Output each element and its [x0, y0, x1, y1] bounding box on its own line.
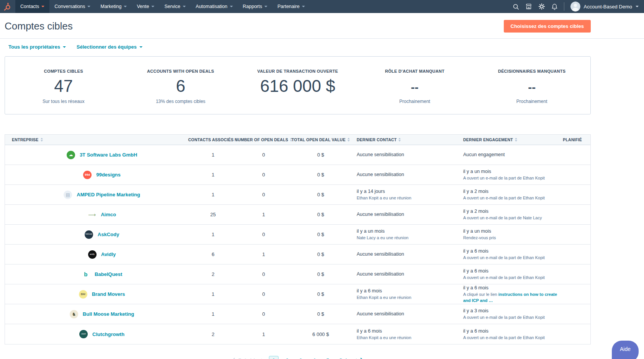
last-engagement-secondary: A ouvert un e-mail de la part de Ethan K… — [463, 175, 564, 181]
next-chevron-icon[interactable] — [360, 357, 364, 359]
company-link[interactable]: 99designs — [96, 172, 121, 178]
column-header-label: ENTREPRISE — [12, 137, 39, 142]
column-header-label: PLANIFIÉ — [563, 137, 582, 142]
cell-open-deals: 1 — [234, 205, 293, 224]
nav-item[interactable]: Automatisation — [191, 0, 238, 13]
page-number[interactable]: 3 — [296, 356, 305, 359]
cell-last-touch: il y a 6 mois Ethan Kopit a eu une réuni… — [348, 284, 459, 304]
last-touch-secondary: Ethan Kopit a eu une réunion — [357, 195, 459, 201]
page-number[interactable]: 2 — [282, 356, 292, 359]
cell-company: clutch Clutchgrowth — [5, 324, 192, 344]
page-number[interactable]: 4 — [310, 356, 319, 359]
nav-item-label: Conversations — [54, 4, 85, 9]
account-menu[interactable]: Account-Based Demo — [570, 2, 639, 11]
nav-item[interactable]: Marketing — [95, 0, 132, 13]
column-header[interactable]: TOTAL OPEN DEAL VALUE — [293, 135, 348, 145]
chevron-down-icon — [151, 6, 154, 7]
last-touch-primary: il y a 14 jours — [357, 188, 459, 195]
cell-planned — [564, 284, 591, 304]
company-link[interactable]: Brand Movers — [92, 291, 125, 297]
company-link[interactable]: BabelQuest — [95, 271, 122, 277]
target-accounts-table: ENTREPRISE CONTACTS ASSOCIÉS NUMBER OF O… — [5, 134, 591, 344]
hubspot-logo[interactable] — [0, 0, 15, 13]
settings-gear-icon[interactable] — [538, 3, 545, 10]
nav-item[interactable]: Contacts — [15, 0, 49, 13]
next-button[interactable]: Suivant — [339, 357, 357, 359]
cell-open-deal-value: 0 $ — [293, 304, 348, 324]
column-header-label: TOTAL OPEN DEAL VALUE — [292, 137, 346, 142]
choose-target-accounts-button[interactable]: Choisissez des comptes cibles — [504, 20, 591, 33]
column-header[interactable]: NUMBER OF OPEN DEALS — [234, 135, 293, 145]
last-touch-primary: il y a un mois — [357, 228, 459, 235]
marketplace-icon[interactable] — [525, 3, 532, 10]
cell-last-engagement: il y a un mois A ouvert un e-mail de la … — [459, 165, 564, 184]
stat-subtext: Prochainement — [356, 99, 474, 104]
sort-icon[interactable] — [515, 138, 517, 142]
last-engagement-secondary: A cliqué sur le lien instructions on how… — [463, 292, 564, 304]
page-number[interactable]: 1 — [269, 356, 279, 359]
nav-item-label: Vente — [137, 4, 149, 9]
nav-item[interactable]: Conversations — [49, 0, 95, 13]
page-number[interactable]: 5 — [323, 356, 333, 359]
company-link[interactable]: AMPED Pipeline Marketing — [77, 192, 140, 197]
cell-last-engagement: Aucun engagement — [459, 145, 564, 165]
cell-open-deals: 0 — [234, 165, 293, 184]
company-link[interactable]: Avidly — [101, 251, 116, 257]
nav-item[interactable]: Partenaire — [272, 0, 310, 13]
cell-open-deals: 1 — [234, 245, 293, 264]
company-link[interactable]: 3T Software Labs GmbH — [80, 152, 137, 158]
prev-button[interactable]: Précédent — [238, 357, 262, 359]
company-link[interactable]: Aimco — [101, 212, 116, 217]
cell-last-touch: Aucune sensibilisation — [348, 304, 459, 324]
company-link[interactable]: Clutchgrowth — [92, 331, 125, 337]
nav-item[interactable]: Vente — [132, 0, 159, 13]
column-header-label: DERNIER CONTACT — [357, 137, 397, 142]
stat-label: DÉCISIONNAIRES MANQUANTS — [473, 69, 590, 73]
help-button[interactable]: Aide — [612, 341, 639, 359]
table-row: 99d 99designs 1 0 0 $ Aucune sensibilisa… — [5, 165, 590, 185]
last-touch-primary: il y a 6 mois — [357, 328, 459, 335]
cell-last-engagement: il y a 2 mois A ouvert un e-mail de la p… — [459, 205, 564, 224]
column-header[interactable]: DERNIER CONTACT — [348, 135, 459, 145]
pagination: Précédent 1 2 3 4 5 Suivant — [5, 356, 591, 359]
company-logo: ▤ — [64, 191, 72, 199]
prev-chevron-icon[interactable] — [231, 357, 235, 359]
table-row: ▤ AMPED Pipeline Marketing 1 0 0 $ il y … — [5, 185, 590, 205]
chevron-down-icon — [124, 6, 127, 7]
stat-label: VALEUR DE TRANSACTION OUVERTE — [239, 69, 356, 73]
stat-block: VALEUR DE TRANSACTION OUVERTE 616 000 $ — [239, 69, 356, 104]
table-row: ☁ 3T Software Labs GmbH 1 0 0 $ Aucune s… — [5, 145, 590, 165]
cell-open-deal-value: 0 $ — [293, 264, 348, 284]
search-icon[interactable] — [513, 3, 519, 10]
last-engagement-primary: il y a 2 mois — [463, 208, 564, 215]
last-engagement-secondary: A ouvert un e-mail de la part de Ethan K… — [463, 315, 564, 321]
column-header[interactable]: DERNIER ENGAGEMENT — [459, 135, 564, 145]
nav-item[interactable]: Rapports — [238, 0, 273, 13]
nav-item-label: Service — [164, 4, 180, 9]
company-link[interactable]: Bull Moose Marketing — [83, 311, 134, 317]
cell-company: ☁ 3T Software Labs GmbH — [5, 145, 192, 165]
chevron-down-icon — [302, 6, 305, 7]
cell-open-deal-value: 0 $ — [293, 245, 348, 264]
cell-last-touch: Aucune sensibilisation — [348, 205, 459, 224]
sort-icon[interactable] — [398, 138, 401, 142]
cell-company: ⟶ Aimco — [5, 205, 192, 224]
teams-filter-dropdown[interactable]: Sélectionner des équipes — [77, 44, 143, 50]
column-header[interactable]: PLANIFIÉ — [564, 135, 591, 145]
column-header[interactable]: CONTACTS ASSOCIÉS — [192, 135, 234, 145]
company-logo: clutch — [79, 330, 88, 338]
notifications-bell-icon[interactable] — [551, 3, 558, 10]
table-row: ♞ Bull Moose Marketing 1 0 0 $ Aucune se… — [5, 304, 590, 324]
nav-item-label: Automatisation — [196, 4, 228, 9]
nav-item[interactable]: Service — [159, 0, 191, 13]
owners-filter-dropdown[interactable]: Tous les propriétaires — [8, 44, 66, 50]
last-engagement-secondary: A ouvert un e-mail de la part de Ethan K… — [463, 335, 564, 341]
company-logo: BM — [79, 290, 87, 299]
column-header[interactable]: ENTREPRISE — [5, 135, 192, 145]
last-touch-primary: Aucune sensibilisation — [357, 251, 459, 258]
last-engagement-primary: il y a 6 mois — [463, 268, 564, 275]
sort-icon[interactable] — [41, 138, 43, 142]
company-link[interactable]: AskCody — [98, 232, 119, 237]
last-touch-primary: Aucune sensibilisation — [357, 151, 459, 158]
cell-last-engagement: il y a 2 mois A ouvert un e-mail de la p… — [459, 185, 564, 204]
